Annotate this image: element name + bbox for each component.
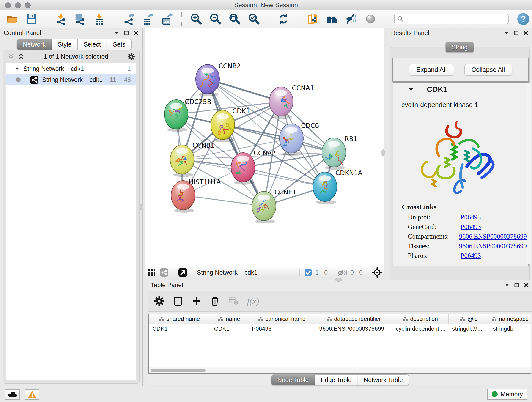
expand-all-icon[interactable] <box>18 53 25 60</box>
column-header-shared-name[interactable]: shared name <box>149 314 210 324</box>
export-image-icon[interactable] <box>161 13 173 25</box>
tab-select[interactable]: Select <box>77 39 107 50</box>
network-edge[interactable] <box>208 79 264 206</box>
float-panel-icon[interactable] <box>514 283 519 288</box>
hidden-items-eye-icon[interactable] <box>337 268 347 277</box>
results-button-row: Expand All Collapse All <box>393 58 529 82</box>
network-edge[interactable] <box>243 167 325 187</box>
toolbar-divider <box>46 12 46 26</box>
table-horizontal-scrollbar[interactable] <box>149 367 531 373</box>
float-panel-icon[interactable] <box>124 31 129 36</box>
help-button[interactable]: ? <box>517 13 529 25</box>
tab-edge-table[interactable]: Edge Table <box>315 375 358 385</box>
network-node-CCNE1[interactable]: CCNE1 <box>252 188 297 223</box>
column-header-database-identifier[interactable]: database identifier <box>316 314 392 324</box>
network-node-HIST1H1A[interactable]: HIST1H1A <box>171 178 221 213</box>
show-columns-icon[interactable] <box>173 296 183 306</box>
delete-column-icon[interactable] <box>210 296 220 306</box>
collapse-all-icon[interactable] <box>7 53 14 60</box>
close-panel-icon[interactable] <box>523 31 528 36</box>
tree-expander-icon[interactable] <box>15 67 20 71</box>
cloud-icon <box>7 391 17 398</box>
zoom-window-button[interactable] <box>25 2 31 8</box>
network-tree-child-row[interactable]: String Network – cdk1 11 48 <box>6 74 136 85</box>
panel-menu-icon[interactable] <box>114 31 119 35</box>
sphere-icon[interactable] <box>364 13 377 25</box>
column-header-name[interactable]: name <box>210 314 248 324</box>
scrollbar-thumb[interactable] <box>151 369 206 372</box>
home-icon[interactable] <box>326 13 338 25</box>
import-network-icon[interactable] <box>55 13 67 25</box>
close-window-button[interactable] <box>5 2 11 8</box>
crosslink-link[interactable]: P06493 <box>461 223 481 230</box>
crosslink-link[interactable]: P06493 <box>461 213 481 221</box>
fit-selected-crosshair-icon[interactable] <box>372 268 382 278</box>
close-panel-icon[interactable] <box>524 283 529 288</box>
crosslink-link[interactable]: 9606.ENSP00000378699 <box>459 233 527 240</box>
panel-menu-icon[interactable] <box>505 283 510 287</box>
table-row[interactable]: CDK1CDK1P064939606.ENSP00000378699cyclin… <box>149 324 531 333</box>
network-graph[interactable]: CCNB2CCNA1CDC25BCDK1CDC6RB1CCNB1CCNA2CDK… <box>145 28 385 267</box>
right-splitter-handle[interactable] <box>381 149 385 156</box>
collapse-all-button[interactable]: Collapse All <box>464 64 512 75</box>
tab-node-table[interactable]: Node Table <box>271 375 315 385</box>
tab-network-table[interactable]: Network Table <box>358 375 409 385</box>
import-table-icon[interactable] <box>93 13 105 25</box>
crosslink-link[interactable]: P06493 <box>461 252 481 259</box>
network-tree-root-row[interactable]: String Network – cdk1 1 <box>6 63 136 74</box>
network-edge[interactable] <box>183 195 264 206</box>
expand-all-button[interactable]: Expand All <box>409 64 454 75</box>
network-node-CCNA2[interactable]: CCNA2 <box>231 149 276 185</box>
network-canvas[interactable]: CCNB2CCNA1CDC25BCDK1CDC6RB1CCNB1CCNA2CDK… <box>145 28 385 267</box>
entry-expander-icon[interactable] <box>408 87 414 92</box>
memory-button[interactable]: Memory <box>487 389 527 400</box>
open-folder-icon[interactable] <box>6 13 18 25</box>
network-node-CDC6[interactable]: CDC6 <box>279 122 319 156</box>
column-header--id[interactable]: @id <box>449 314 489 324</box>
zoom-in-icon[interactable] <box>190 13 203 25</box>
crosslink-link[interactable]: 9606.ENSP00000378699 <box>459 242 527 250</box>
string-app-icon[interactable] <box>307 13 319 25</box>
export-table-icon[interactable] <box>142 13 154 25</box>
export-network-icon[interactable] <box>122 13 135 25</box>
save-icon[interactable] <box>25 13 38 25</box>
warnings-button[interactable] <box>25 389 39 400</box>
network-node-RB1[interactable]: RB1 <box>322 135 357 170</box>
network-node-CCNA1[interactable]: CCNA1 <box>269 84 314 119</box>
refresh-icon[interactable] <box>277 13 290 25</box>
network-view-share-icon[interactable] <box>159 268 169 277</box>
import-database-icon[interactable] <box>74 13 86 25</box>
results-entry-header[interactable]: CDK1 <box>393 83 528 96</box>
search-box[interactable] <box>394 14 509 24</box>
zoom-out-icon[interactable] <box>209 13 222 25</box>
selected-nodes-checkbox-icon[interactable] <box>304 269 312 276</box>
birdseye-view-icon[interactable] <box>178 268 188 277</box>
network-node-CCNB1[interactable]: CCNB1 <box>170 142 215 177</box>
network-node-CDKN1A[interactable]: CDKN1A <box>313 169 362 204</box>
minimize-window-button[interactable] <box>15 2 21 8</box>
network-node-CCNB2[interactable]: CCNB2 <box>196 62 241 96</box>
horizontal-splitter-handle[interactable] <box>336 278 342 282</box>
float-panel-icon[interactable] <box>514 31 519 36</box>
panel-menu-icon[interactable] <box>504 31 509 35</box>
tab-style[interactable]: Style <box>51 39 78 50</box>
zoom-selected-icon[interactable] <box>248 13 260 25</box>
hide-eye-icon[interactable] <box>345 13 357 25</box>
network-options-gear-icon[interactable] <box>127 53 135 61</box>
tab-string[interactable]: String <box>445 42 474 53</box>
left-splitter-handle[interactable] <box>140 204 143 211</box>
add-column-icon[interactable] <box>191 296 202 306</box>
cloud-status-button[interactable] <box>5 389 20 400</box>
column-header-namespace[interactable]: namespace <box>489 314 531 324</box>
column-header-description[interactable]: description <box>392 314 448 324</box>
column-header-canonical-name[interactable]: canonical name <box>248 314 316 324</box>
tab-sets[interactable]: Sets <box>107 39 132 50</box>
table-options-gear-icon[interactable] <box>154 296 165 306</box>
grid-view-icon[interactable] <box>147 268 156 277</box>
tab-network[interactable]: Network <box>17 39 52 50</box>
close-panel-icon[interactable] <box>133 31 139 36</box>
results-scrollbar[interactable] <box>527 83 531 264</box>
search-input[interactable] <box>405 15 508 23</box>
crosslinks-list: Uniprot:P06493GeneCard:P06493Compartment… <box>395 213 527 259</box>
zoom-fit-icon[interactable] <box>229 13 241 25</box>
